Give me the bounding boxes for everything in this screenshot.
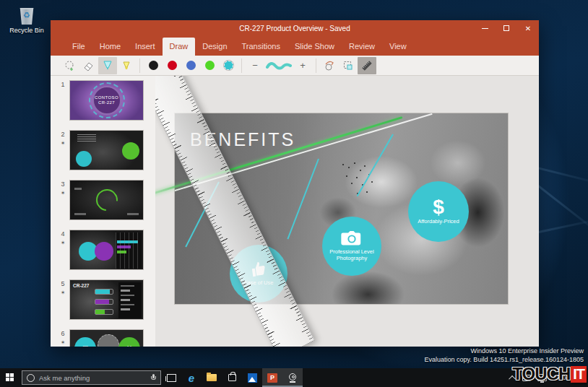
animation-star-icon: ✶ [56, 190, 69, 196]
file-explorer-button[interactable] [202, 368, 222, 387]
thumbnail-slide-3[interactable]: 3 ✶ [56, 180, 144, 220]
slide-number: 2 [56, 131, 69, 138]
tab-slideshow[interactable]: Slide Show [287, 38, 342, 56]
benefit-label: Affordably-Priced [418, 219, 459, 225]
taskbar: Ask me anything e P 1/30/2016 [0, 368, 588, 387]
dollar-icon: $ [433, 198, 444, 217]
recycle-bin[interactable]: ♻ Recycle Bin [6, 6, 48, 34]
benefit-circle-price[interactable]: $ Affordably-Priced [408, 181, 469, 242]
watermark-line1: Windows 10 Enterprise Insider Preview [425, 347, 584, 355]
slide-number: 5 [56, 280, 69, 287]
slide-2-preview [69, 130, 144, 170]
task-view-button[interactable] [161, 368, 181, 387]
eraser-button[interactable] [79, 57, 98, 74]
close-button[interactable]: ✕ [517, 20, 539, 36]
red-color-icon [168, 61, 177, 70]
pen-color-more[interactable] [219, 57, 238, 74]
photos-button[interactable] [242, 368, 262, 387]
thumb1-brand-text: CONTOSO [95, 95, 118, 100]
tab-insert[interactable]: Insert [128, 38, 163, 56]
pen-color-green[interactable] [200, 57, 219, 74]
lasso-select-button[interactable] [61, 57, 79, 74]
thickness-decrease-button[interactable]: − [246, 57, 264, 74]
highlighter-button[interactable] [117, 57, 136, 74]
file-explorer-icon [207, 374, 217, 381]
edge-button[interactable]: e [181, 368, 202, 387]
pen-button[interactable] [98, 57, 117, 74]
slide-editing-canvas[interactable]: BENEFITS Ease of Use Professi [155, 76, 539, 347]
thumbnail-slide-2[interactable]: 2 ✶ [56, 130, 144, 170]
stroke-preview[interactable] [264, 57, 293, 74]
flower-detail [342, 164, 344, 165]
powerpoint-taskbar-button[interactable]: P [262, 368, 282, 387]
ink-canvas-button[interactable] [339, 57, 358, 74]
color-wheel-icon [224, 61, 233, 70]
benefit-circle-photography[interactable]: Professional Level Photography [322, 217, 381, 276]
ink-to-shape-button[interactable] [320, 57, 339, 74]
desktop: ♻ Recycle Bin CR-227 Product Overview - … [0, 0, 588, 387]
slide-number: 1 [56, 81, 69, 88]
draw-toolbar: − + [51, 56, 539, 76]
pen-color-black[interactable] [144, 57, 163, 74]
task-view-icon [167, 374, 176, 382]
stroke-squiggle-icon [266, 61, 292, 70]
title-bar[interactable]: CR-227 Product Overview - Saved ✕ [51, 20, 539, 36]
powerpoint-window: CR-227 Product Overview - Saved ✕ File H… [51, 20, 539, 347]
slide-4-preview [69, 230, 144, 270]
tab-file[interactable]: File [65, 38, 92, 56]
slide-number: 6 [56, 330, 69, 337]
pen-color-red[interactable] [163, 57, 181, 74]
animation-star-icon: ✶ [56, 240, 69, 246]
windows-build-watermark: Windows 10 Enterprise Insider Preview Ev… [425, 347, 584, 364]
windows-logo-icon [6, 373, 14, 382]
powerpoint-icon: P [267, 373, 277, 383]
camera-app-icon [288, 373, 297, 383]
start-button[interactable] [0, 368, 20, 387]
animation-star-icon: ✶ [56, 140, 69, 147]
blue-color-icon [186, 61, 196, 70]
slide-number: 4 [56, 230, 69, 238]
recycle-bin-label: Recycle Bin [6, 27, 48, 34]
microphone-icon[interactable] [151, 374, 156, 381]
pen-color-blue[interactable] [181, 57, 200, 74]
store-button[interactable] [222, 368, 242, 387]
ruler-icon [360, 59, 373, 72]
tab-review[interactable]: Review [342, 38, 382, 56]
slide-6-preview: ▣ ✕ [69, 329, 144, 347]
camera-icon [341, 231, 363, 247]
thumbnail-slide-4[interactable]: 4 ✶ [56, 230, 144, 270]
ruler-button[interactable] [358, 57, 376, 74]
thumb5-model-text: CR-227 [73, 283, 89, 288]
tab-home[interactable]: Home [92, 38, 128, 56]
thumb1-model-text: CR-227 [98, 100, 115, 105]
slide-5-preview: CR-227 [69, 279, 144, 320]
window-title: CR-227 Product Overview - Saved [51, 25, 539, 32]
touchit-watermark: TOUCH IT [512, 364, 587, 384]
ink-canvas-icon [342, 60, 354, 71]
camera-taskbar-button[interactable] [282, 368, 303, 387]
slide-3-preview [69, 180, 144, 220]
thumbnail-slide-1[interactable]: 1 CONTOSO CR-227 [56, 80, 144, 121]
search-box[interactable]: Ask me anything [22, 370, 161, 385]
recycle-bin-icon: ♻ [19, 6, 35, 25]
tab-draw[interactable]: Draw [163, 38, 196, 56]
tab-design[interactable]: Design [195, 38, 234, 56]
animation-star-icon: ✶ [56, 290, 69, 296]
ribbon-tab-bar: File Home Insert Draw Design Transitions… [51, 36, 539, 56]
store-icon [228, 374, 236, 381]
thumbnail-slide-6[interactable]: 6 ✶ ▣ ✕ [56, 329, 144, 347]
tab-view[interactable]: View [382, 38, 414, 56]
lasso-select-icon [64, 60, 76, 71]
eraser-icon [83, 60, 95, 71]
slide-thumbnail-panel: 1 CONTOSO CR-227 2 ✶ [51, 76, 155, 347]
green-color-icon [205, 61, 215, 70]
watermark-line2: Evaluation copy. Build 14251.rs1_release… [425, 355, 584, 364]
maximize-button[interactable] [496, 20, 517, 36]
ink-to-shape-icon [324, 60, 335, 71]
tab-transitions[interactable]: Transitions [235, 38, 287, 56]
black-color-icon [149, 61, 158, 70]
cortana-icon [27, 374, 35, 382]
minimize-button[interactable] [474, 20, 496, 36]
thumbnail-slide-5[interactable]: 5 ✶ CR-227 [56, 279, 144, 320]
thickness-increase-button[interactable]: + [293, 57, 312, 74]
